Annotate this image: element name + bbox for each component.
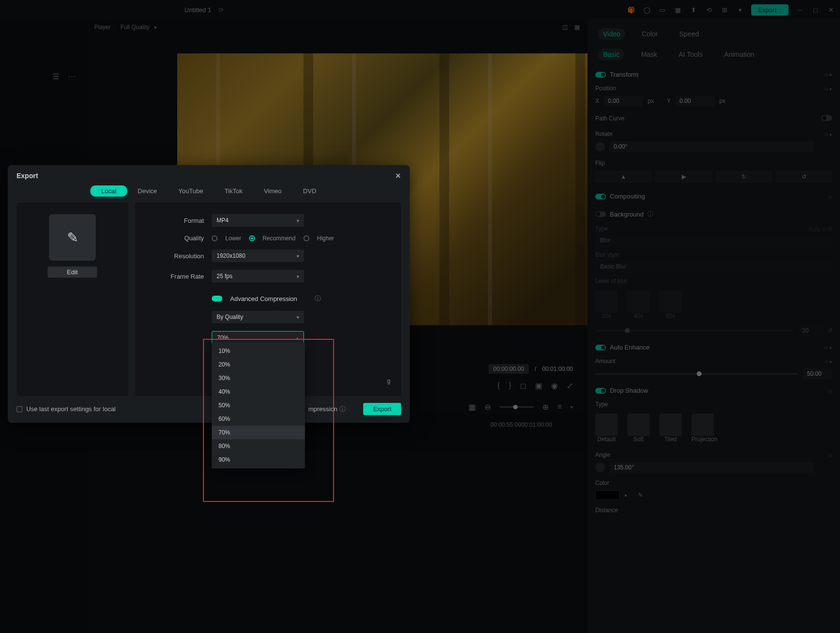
color-swatch[interactable] — [595, 490, 620, 500]
circle-icon[interactable]: ◯ — [642, 5, 651, 14]
tab-vimeo[interactable]: Vimeo — [253, 185, 292, 197]
dropdown-icon[interactable]: ▾ — [571, 404, 573, 410]
flip-v-button[interactable]: ▶ — [655, 170, 712, 183]
zoom-in-icon[interactable]: ⊕ — [542, 402, 549, 412]
transform-toggle[interactable] — [595, 72, 606, 78]
ds-soft[interactable] — [627, 414, 650, 436]
compositing-toggle[interactable] — [595, 194, 606, 200]
keyframe-icon[interactable]: ◇ — [828, 388, 832, 393]
rotate-cw-button[interactable]: ↻ — [716, 170, 772, 183]
note-icon[interactable]: ▾ — [736, 5, 744, 14]
keyframe-icon[interactable]: ◇ — [828, 194, 832, 199]
list-icon[interactable]: ≡ — [557, 402, 562, 411]
autoenhance-toggle[interactable] — [595, 345, 606, 350]
tab-local[interactable]: Local — [90, 185, 127, 197]
option-10[interactable]: 10% — [212, 344, 305, 358]
blur-style-select[interactable] — [595, 260, 832, 273]
option-70[interactable]: 70% — [212, 426, 305, 439]
ds-projection[interactable] — [691, 414, 714, 436]
upload-icon[interactable]: ⬆ — [689, 5, 698, 14]
quality-higher-radio[interactable] — [303, 235, 309, 241]
format-select[interactable]: MP4▾ — [212, 214, 304, 227]
option-90[interactable]: 90% — [212, 453, 305, 466]
option-30[interactable]: 30% — [212, 371, 305, 385]
camera-icon[interactable]: ◉ — [551, 381, 558, 390]
close-icon[interactable]: ✕ — [826, 5, 835, 14]
square-icon[interactable]: ◻ — [520, 381, 526, 390]
subtab-mask[interactable]: Mask — [636, 49, 662, 60]
rotate-ccw-button[interactable]: ↺ — [776, 170, 832, 183]
more-icon[interactable]: ⋯ — [68, 72, 76, 81]
info-icon[interactable]: ⓘ — [339, 405, 346, 414]
rotate-dial[interactable] — [595, 142, 605, 151]
info-icon[interactable]: ⓘ — [315, 294, 321, 303]
ds-tiled[interactable] — [659, 414, 682, 436]
zoom-out-icon[interactable]: ⊖ — [485, 402, 491, 412]
flip-h-button[interactable]: ▲ — [595, 170, 652, 183]
tab-speed[interactable]: Speed — [674, 28, 704, 40]
quality-lower-radio[interactable] — [212, 235, 218, 241]
tab-video[interactable]: Video — [598, 28, 625, 40]
use-last-settings-checkbox[interactable] — [17, 406, 22, 412]
tab-color[interactable]: Color — [637, 28, 663, 40]
subtab-basic[interactable]: Basic — [598, 49, 624, 60]
option-80[interactable]: 80% — [212, 439, 305, 453]
blur-20x[interactable] — [595, 290, 618, 313]
tab-dvd[interactable]: DVD — [292, 185, 327, 197]
angle-input[interactable] — [610, 462, 814, 473]
option-20[interactable]: 20% — [212, 358, 305, 371]
blur-slider[interactable] — [595, 330, 793, 332]
advcomp-toggle[interactable] — [212, 296, 222, 301]
edit-button[interactable]: Edit — [48, 267, 97, 278]
thumbnail-preview[interactable]: ✎ — [49, 214, 96, 261]
blur-40x[interactable] — [627, 290, 650, 313]
snapshot-icon[interactable]: ▦ — [574, 24, 580, 31]
amount-input[interactable] — [803, 368, 832, 379]
maximize-icon[interactable]: ◻ — [811, 5, 820, 14]
blur-60x[interactable] — [659, 290, 682, 313]
apply-all-button[interactable]: Apply to all — [808, 226, 832, 232]
modal-close-icon[interactable]: ✕ — [395, 172, 401, 180]
mark-out-icon[interactable]: } — [509, 381, 511, 390]
crop-icon[interactable]: ▣ — [535, 381, 542, 390]
grid-icon[interactable]: ⊞ — [720, 5, 729, 14]
grid-view-icon[interactable]: ▦ — [469, 402, 476, 412]
option-40[interactable]: 40% — [212, 385, 305, 399]
export-confirm-button[interactable]: Export — [363, 403, 401, 415]
quality-select[interactable]: Full Quality ▾ — [120, 24, 157, 31]
keyframe-icon[interactable]: ◇ ▸ — [824, 132, 832, 137]
mark-in-icon[interactable]: { — [497, 381, 500, 390]
ds-default[interactable] — [595, 414, 618, 436]
refresh-icon[interactable]: ⟲ — [705, 5, 713, 14]
keyframe-icon[interactable]: ◇ — [828, 452, 832, 458]
keyframe-icon[interactable]: ◇ ▸ — [824, 72, 832, 77]
gift-icon[interactable]: 🎁 — [627, 5, 636, 14]
quality-recommend-radio[interactable] — [249, 235, 255, 241]
tab-device[interactable]: Device — [127, 185, 168, 197]
eyedropper-icon[interactable]: ✎ — [638, 492, 643, 499]
subtab-ai[interactable]: AI Tools — [674, 49, 708, 60]
image-icon[interactable]: ▦ — [673, 5, 682, 14]
x-input[interactable] — [604, 96, 643, 106]
info-icon[interactable]: ⓘ — [647, 210, 654, 218]
reset-icon[interactable]: ↺ — [827, 327, 832, 334]
option-50[interactable]: 50% — [212, 399, 305, 412]
keyframe-icon[interactable]: ◇ ▸ — [824, 86, 832, 91]
export-button[interactable]: Export▾ — [751, 4, 789, 16]
compression-mode-select[interactable]: By Quality▾ — [212, 311, 304, 323]
monitor-icon[interactable]: ▭ — [658, 5, 667, 14]
tab-tiktok[interactable]: TikTok — [214, 185, 253, 197]
dropshadow-toggle[interactable] — [595, 388, 606, 394]
compare-icon[interactable]: ◫ — [562, 24, 568, 31]
tab-youtube[interactable]: YouTube — [168, 185, 214, 197]
amount-slider[interactable] — [595, 373, 798, 375]
option-60[interactable]: 60% — [212, 412, 305, 426]
background-toggle[interactable] — [595, 211, 606, 217]
rotate-input[interactable] — [610, 141, 814, 152]
minimize-icon[interactable]: ─ — [795, 5, 804, 14]
type-select[interactable] — [595, 234, 832, 247]
resolution-select[interactable]: 1920x1080▾ — [212, 250, 304, 262]
expand-icon[interactable]: ⤢ — [567, 381, 573, 390]
blur-slider-val[interactable] — [798, 325, 823, 336]
y-input[interactable] — [675, 96, 714, 106]
